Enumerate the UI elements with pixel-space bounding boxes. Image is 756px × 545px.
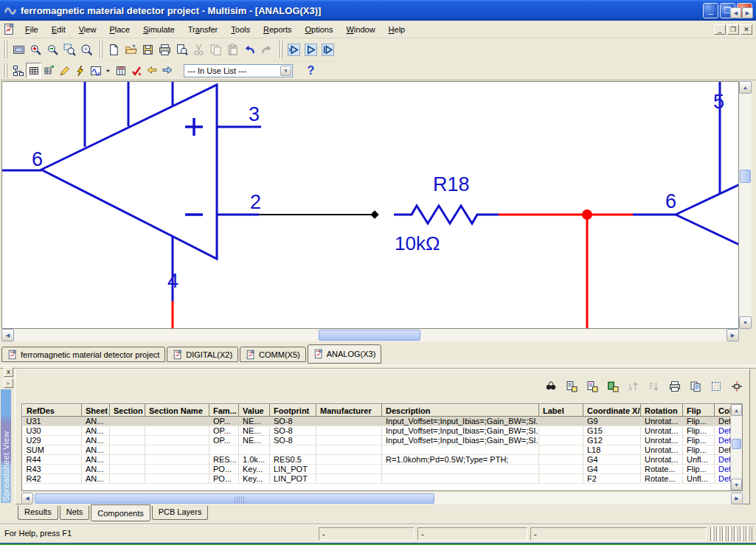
table-cell[interactable] bbox=[239, 445, 270, 455]
column-header-label[interactable]: Label bbox=[539, 405, 583, 417]
help-button[interactable]: ? bbox=[303, 63, 319, 78]
sheet-tab-ferromagnetic-material-detector-project[interactable]: ferromagnetic material detector project bbox=[1, 347, 165, 362]
table-cell[interactable]: Unfl... bbox=[683, 474, 715, 484]
table-scroll-down-icon[interactable]: ▼ bbox=[731, 479, 742, 490]
table-cell[interactable]: Unrotat... bbox=[641, 436, 683, 445]
table-cell[interactable]: L18 bbox=[583, 445, 641, 455]
table-cell[interactable]: Def.. bbox=[715, 426, 732, 436]
table-cell[interactable] bbox=[110, 417, 145, 426]
table-cell[interactable] bbox=[270, 445, 316, 455]
spreadsheet-view-button[interactable] bbox=[26, 63, 41, 78]
table-cell[interactable] bbox=[539, 426, 583, 436]
column-header-section[interactable]: Section bbox=[110, 405, 145, 417]
table-cell[interactable] bbox=[110, 474, 145, 484]
net-label-6-left[interactable]: 6 bbox=[32, 148, 43, 170]
hscroll-thumb[interactable] bbox=[319, 330, 420, 341]
table-cell[interactable] bbox=[539, 417, 583, 426]
table-cell[interactable] bbox=[110, 426, 145, 436]
table-cell[interactable]: Input_Voffset=;Input_Ibias=;Gain_BW=;Sl.… bbox=[382, 436, 539, 445]
table-cell[interactable]: Unrotat... bbox=[641, 426, 683, 436]
zoom-out-button[interactable] bbox=[44, 41, 61, 58]
opamp-symbol-right[interactable] bbox=[676, 82, 738, 245]
table-cell[interactable]: R43 bbox=[23, 465, 82, 474]
scroll-left-icon[interactable]: ◀ bbox=[1, 329, 14, 341]
table-cell[interactable] bbox=[382, 474, 539, 484]
table-cell[interactable]: RES0.5 bbox=[270, 455, 316, 465]
replace-component-button[interactable] bbox=[729, 378, 745, 395]
mdi-close-button[interactable]: ✕ bbox=[741, 24, 752, 35]
table-cell[interactable] bbox=[145, 426, 209, 436]
database-manager-button[interactable] bbox=[41, 63, 57, 78]
table-cell[interactable]: Rotate... bbox=[641, 474, 683, 484]
spreadsheet-tab-components[interactable]: Components bbox=[91, 504, 150, 521]
table-scroll-left-icon[interactable]: ◀ bbox=[21, 493, 33, 504]
spreadsheet-tab-pcb-layers[interactable]: PCB Layers bbox=[152, 506, 209, 520]
menu-simulate[interactable]: Simulate bbox=[136, 22, 181, 37]
canvas-horizontal-scrollbar[interactable]: ◀ ▶ bbox=[1, 329, 739, 341]
table-horizontal-scrollbar[interactable]: ◀ ▶ bbox=[21, 493, 743, 504]
sheet-tab-analog-x3-[interactable]: ANALOG(X3) bbox=[308, 344, 382, 364]
table-cell[interactable] bbox=[316, 474, 382, 484]
menu-window[interactable]: Window bbox=[339, 22, 381, 37]
zoom-in-button[interactable] bbox=[27, 41, 44, 58]
mdi-restore-button[interactable]: ❐ bbox=[727, 24, 739, 35]
column-header-section-name[interactable]: Section Name bbox=[145, 405, 209, 417]
grapher-button[interactable] bbox=[88, 63, 103, 78]
table-scroll-up-icon[interactable]: ▲ bbox=[731, 404, 742, 416]
zoom-full-button[interactable] bbox=[78, 41, 95, 58]
table-cell[interactable]: PO... bbox=[209, 474, 239, 484]
table-cell[interactable]: Def... bbox=[715, 465, 732, 474]
table-cell[interactable]: AN... bbox=[82, 436, 110, 445]
table-vscroll-thumb[interactable] bbox=[732, 439, 741, 449]
table-cell[interactable] bbox=[316, 436, 382, 445]
simulate-lightning-button[interactable] bbox=[72, 63, 88, 78]
find-button[interactable] bbox=[543, 378, 559, 395]
table-row-r43[interactable]: R43AN...PO...Key...LIN_POTG4Rotate...Fli… bbox=[23, 465, 732, 474]
column-header-coordinate-x-y[interactable]: Coordinate X/Y bbox=[583, 405, 641, 417]
export-excel-button[interactable] bbox=[605, 378, 621, 395]
component-wizard-button[interactable] bbox=[57, 63, 72, 78]
table-cell[interactable]: G12 bbox=[583, 436, 641, 445]
table-cell[interactable]: Rotate... bbox=[641, 465, 683, 474]
wire-red-net[interactable] bbox=[499, 209, 633, 328]
table-cell[interactable] bbox=[110, 465, 145, 474]
column-header-sheet[interactable]: Sheet bbox=[82, 405, 110, 417]
column-header-value[interactable]: Value bbox=[239, 405, 270, 417]
table-cell[interactable] bbox=[539, 436, 583, 445]
table-cell[interactable]: Def.. bbox=[715, 436, 732, 445]
table-cell[interactable] bbox=[316, 426, 382, 436]
table-row-sum[interactable]: SUMAN...L18Unrotat...Flip...Def... bbox=[23, 445, 732, 455]
table-row-u29[interactable]: U29AN...OP...NE...SO-8Input_Voffset=;Inp… bbox=[23, 436, 732, 445]
table-cell[interactable]: Def... bbox=[715, 474, 732, 484]
table-cell[interactable] bbox=[145, 436, 209, 445]
column-header-fam[interactable]: Fam... bbox=[209, 405, 239, 417]
table-cell[interactable]: R44 bbox=[23, 455, 82, 465]
design-view-simulate-button[interactable] bbox=[302, 41, 319, 58]
table-cell[interactable] bbox=[145, 455, 209, 465]
sheet-tab-comm-x5-[interactable]: COMM(X5) bbox=[240, 347, 306, 362]
table-cell[interactable]: Unrotat... bbox=[641, 455, 683, 465]
table-cell[interactable]: Input_Voffset=;Input_Ibias=;Gain_BW=;Sl.… bbox=[382, 426, 539, 436]
save-button[interactable] bbox=[139, 41, 156, 58]
spreadsheet-tab-results[interactable]: Results bbox=[18, 506, 58, 520]
table-cell[interactable] bbox=[209, 445, 239, 455]
table-cell[interactable]: LIN_POT bbox=[270, 465, 316, 474]
net-label-4[interactable]: 4 bbox=[167, 270, 178, 292]
table-cell[interactable] bbox=[316, 417, 382, 426]
net-label-6-right[interactable]: 6 bbox=[665, 190, 676, 212]
table-cell[interactable]: 1.0k... bbox=[239, 455, 270, 465]
table-row-r42[interactable]: R42AN...PO...Key...LIN_POTF2Rotate...Unf… bbox=[23, 474, 732, 484]
in-use-list-combobox[interactable]: --- In Use List ---▼ bbox=[184, 64, 293, 77]
mdi-minimize-button[interactable]: _ bbox=[714, 24, 726, 35]
column-header-refdes[interactable]: RefDes bbox=[23, 405, 82, 417]
table-cell[interactable]: Def... bbox=[715, 445, 732, 455]
forward-annotate-button[interactable] bbox=[159, 63, 175, 78]
print-button[interactable] bbox=[156, 41, 173, 58]
table-cell[interactable]: NE... bbox=[239, 417, 270, 426]
resistor-r18[interactable]: R18 10kΩ bbox=[394, 173, 499, 254]
minimize-button[interactable]: _ bbox=[703, 3, 718, 18]
fullscreen-button[interactable] bbox=[10, 41, 27, 58]
table-cell[interactable]: PO... bbox=[209, 465, 239, 474]
save-report-button[interactable] bbox=[584, 378, 600, 395]
table-cell[interactable]: AN... bbox=[82, 445, 110, 455]
